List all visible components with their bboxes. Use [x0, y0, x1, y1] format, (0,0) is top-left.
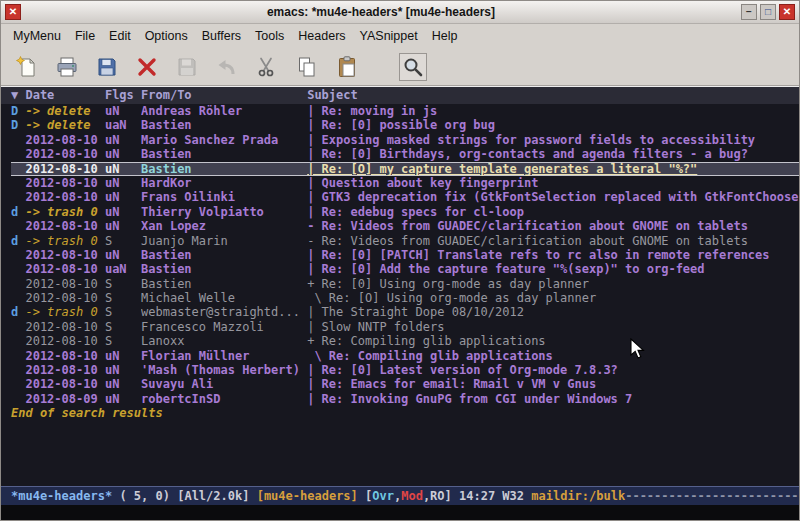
window-minimize-button[interactable]: − — [741, 4, 757, 20]
message-subject: | Re: edebug specs for cl-loop — [307, 205, 799, 219]
message-date: 2012-08-10 — [25, 291, 104, 305]
message-row[interactable]: 2012-08-10uNHardKor| Question about key … — [11, 176, 799, 190]
message-date: -> trash 0 — [25, 305, 104, 319]
message-date: 2012-08-09 — [25, 392, 104, 406]
message-row[interactable]: 2012-08-10uN'Mash (Thomas Herbert)| Re: … — [11, 363, 799, 377]
menu-help[interactable]: Help — [430, 27, 460, 45]
message-mark: d — [11, 234, 25, 248]
message-subject: - Re: Videos from GUADEC/clarification a… — [307, 219, 799, 233]
sort-column-flags[interactable]: Flgs — [105, 87, 141, 104]
message-mark — [11, 349, 25, 363]
message-subject: + Re: [0] Using org-mode as day planner — [307, 277, 799, 291]
message-subject: | Re: [0] Birthdays, org-contacts and ag… — [307, 147, 799, 161]
modeline-bracket2: ] — [445, 489, 459, 503]
message-subject: | Slow NNTP folders — [307, 320, 799, 334]
modeline-readonly: RO — [430, 489, 444, 503]
message-from: Francesco Mazzoli — [141, 320, 307, 334]
message-row[interactable]: 2012-08-10SBastien+ Re: [0] Using org-mo… — [11, 277, 799, 291]
message-subject: | Re: moving in js — [307, 104, 799, 118]
message-row[interactable]: D-> deleteuNAndreas Röhler| Re: moving i… — [11, 104, 799, 118]
sort-column-subject[interactable]: Subject — [307, 87, 799, 104]
menu-options[interactable]: Options — [143, 27, 190, 45]
message-from: Bastien — [141, 118, 307, 132]
paste-icon[interactable] — [333, 53, 361, 81]
message-date: 2012-08-10 — [25, 334, 104, 348]
sort-column-from[interactable]: From/To — [141, 87, 307, 104]
message-mark — [11, 291, 25, 305]
window-close-button-right[interactable]: ✕ — [779, 4, 795, 20]
message-mark: d — [11, 305, 25, 319]
message-from: Suvayu Ali — [141, 377, 307, 391]
message-subject: | Re: [0] [PATCH] Translate refs to rc a… — [307, 248, 799, 262]
message-subject: \ Re: [O] Using org-mode as day planner — [307, 291, 799, 305]
message-flags: uN — [105, 205, 141, 219]
message-row[interactable]: 2012-08-10uNBastien| Re: [O] my capture … — [11, 162, 799, 176]
menu-file[interactable]: File — [73, 27, 97, 45]
message-mark — [11, 320, 25, 334]
message-flags: uN — [105, 377, 141, 391]
message-row[interactable]: 2012-08-10uNFrans Oilinki| GTK3 deprecat… — [11, 190, 799, 204]
message-row[interactable]: 2012-08-10uNSuvayu Ali| Re: Emacs for em… — [11, 377, 799, 391]
message-flags: uN — [105, 349, 141, 363]
sort-column-date[interactable]: ▼ Date — [11, 87, 105, 104]
message-row[interactable]: D-> deleteuaNBastien| Re: [0] possible o… — [11, 118, 799, 132]
message-row[interactable]: d-> trash 0Swebmaster@straightd...| The … — [11, 305, 799, 319]
message-row[interactable]: d-> trash 0uNThierry Volpiatto| Re: edeb… — [11, 205, 799, 219]
message-flags: S — [105, 334, 141, 348]
cut-icon[interactable] — [253, 53, 281, 81]
message-row[interactable]: 2012-08-10SLanoxx+ Re: Compiling glib ap… — [11, 334, 799, 348]
buffer-area: ▼ Date Flgs From/To Subject D-> deleteuN… — [1, 86, 799, 520]
message-mark — [11, 334, 25, 348]
message-date: 2012-08-10 — [25, 219, 104, 233]
message-row[interactable]: 2012-08-10uNMario Sanchez Prada| Exposin… — [11, 133, 799, 147]
message-flags: uN — [105, 363, 141, 377]
search-icon[interactable] — [399, 53, 427, 81]
message-date: -> delete — [25, 104, 104, 118]
message-row[interactable]: d-> trash 0SJuanjo Marin- Re: Videos fro… — [11, 234, 799, 248]
message-subject: | GTK3 deprecation fix (GtkFontSelection… — [307, 190, 799, 204]
menu-headers[interactable]: Headers — [296, 27, 347, 45]
close-icon[interactable] — [133, 53, 161, 81]
new-file-icon[interactable] — [13, 53, 41, 81]
message-flags: uN — [105, 147, 141, 161]
message-row[interactable]: 2012-08-10uNBastien| Re: [0] [PATCH] Tra… — [11, 248, 799, 262]
message-subject: | Question about key fingerprint — [307, 176, 799, 190]
message-row[interactable]: 2012-08-10uaNBastien| Re: [0] Add the ca… — [11, 262, 799, 276]
message-date: 2012-08-10 — [25, 176, 104, 190]
message-date: 2012-08-10 — [25, 349, 104, 363]
message-from: Xan Lopez — [141, 219, 307, 233]
message-row[interactable]: 2012-08-09uNrobertcInSD| Re: Invoking Gn… — [11, 392, 799, 406]
message-mark — [11, 162, 25, 176]
message-from: Florian Müllner — [141, 349, 307, 363]
message-row[interactable]: 2012-08-10SMichael Welle \ Re: [O] Using… — [11, 291, 799, 305]
menu-yasnippet[interactable]: YASnippet — [358, 27, 420, 45]
message-flags: uN — [105, 190, 141, 204]
save-icon[interactable] — [93, 53, 121, 81]
message-date: 2012-08-10 — [25, 147, 104, 161]
copy-icon[interactable] — [293, 53, 321, 81]
message-from: Thierry Volpiatto — [141, 205, 307, 219]
window-close-button[interactable]: ✕ — [5, 4, 21, 20]
message-date: 2012-08-10 — [25, 277, 104, 291]
message-flags: uN — [105, 248, 141, 262]
message-row[interactable]: 2012-08-10SFrancesco Mazzoli| Slow NNTP … — [11, 320, 799, 334]
window-maximize-button[interactable]: □ — [760, 4, 776, 20]
message-mark — [11, 262, 25, 276]
message-from: Lanoxx — [141, 334, 307, 348]
modeline-dashes: ----------------------------------------… — [625, 489, 799, 503]
message-row[interactable]: 2012-08-10uNFlorian Müllner \ Re: Compil… — [11, 349, 799, 363]
message-subject: | Re: Invoking GnuPG from CGI under Wind… — [307, 392, 799, 406]
print-icon[interactable] — [53, 53, 81, 81]
echo-area[interactable] — [1, 505, 799, 520]
menu-tools[interactable]: Tools — [253, 27, 286, 45]
message-row[interactable]: 2012-08-10uNBastien| Re: [0] Birthdays, … — [11, 147, 799, 161]
window-title: emacs: *mu4e-headers* [mu4e-headers] — [25, 5, 737, 19]
menu-buffers[interactable]: Buffers — [200, 27, 243, 45]
menu-mymenu[interactable]: MyMenu — [11, 27, 63, 45]
modeline-modified: Mod — [401, 489, 423, 503]
menu-edit[interactable]: Edit — [107, 27, 133, 45]
message-from: Andreas Röhler — [141, 104, 307, 118]
message-from: Juanjo Marin — [141, 234, 307, 248]
message-from: Frans Oilinki — [141, 190, 307, 204]
message-row[interactable]: 2012-08-10uNXan Lopez- Re: Videos from G… — [11, 219, 799, 233]
